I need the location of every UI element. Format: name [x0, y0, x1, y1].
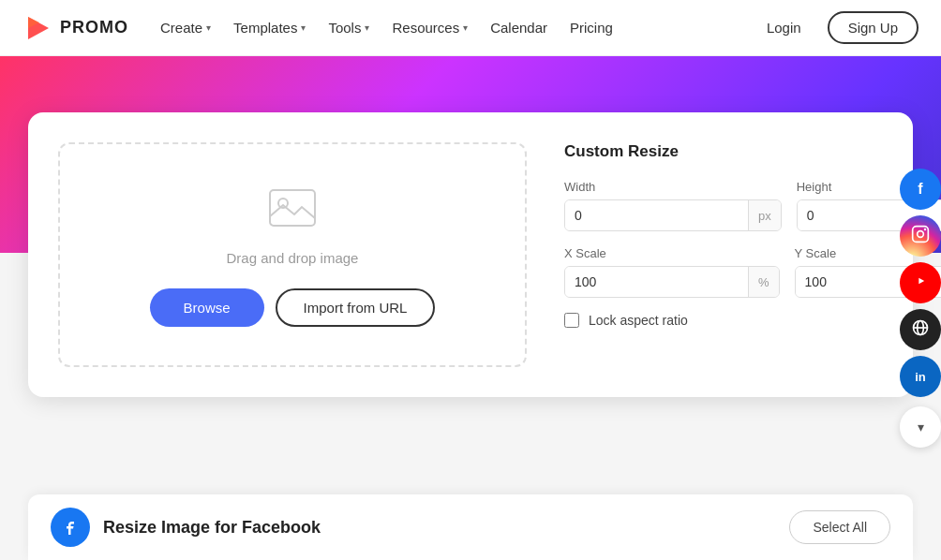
image-placeholder-icon — [266, 183, 319, 235]
resize-title: Custom Resize — [564, 142, 883, 161]
chevron-down-icon: ▾ — [463, 22, 468, 33]
lock-aspect-label[interactable]: Lock aspect ratio — [589, 313, 688, 328]
chevron-down-icon: ▾ — [206, 22, 211, 33]
width-height-row: Width px Height px — [564, 180, 883, 231]
svg-marker-7 — [919, 277, 924, 284]
width-input[interactable] — [565, 200, 748, 230]
login-button[interactable]: Login — [752, 13, 816, 42]
nav: Create ▾ Templates ▾ Tools ▾ Resources ▾… — [151, 14, 752, 41]
upload-buttons: Browse Import from URL — [150, 288, 436, 327]
width-input-group: px — [564, 199, 782, 231]
globe-icon — [911, 318, 930, 342]
nav-create[interactable]: Create ▾ — [151, 14, 220, 41]
instagram-social-button[interactable] — [900, 215, 941, 257]
width-label: Width — [564, 180, 782, 194]
xscale-input[interactable] — [565, 267, 748, 297]
width-field: Width px — [564, 180, 782, 231]
upload-area: Drag and drop image Browse Import from U… — [58, 142, 527, 367]
resize-panel: Custom Resize Width px Height px — [564, 142, 883, 367]
bottom-section-title: Resize Image for Facebook — [103, 518, 789, 538]
youtube-icon — [911, 272, 930, 295]
svg-point-3 — [278, 199, 288, 208]
social-sidebar: f in ▾ — [900, 169, 941, 448]
nav-tools[interactable]: Tools ▾ — [319, 14, 379, 41]
width-unit: px — [748, 200, 781, 230]
facebook-large-icon — [51, 508, 90, 547]
nav-resources[interactable]: Resources ▾ — [382, 14, 477, 41]
nav-templates[interactable]: Templates ▾ — [224, 14, 315, 41]
nav-actions: Login Sign Up — [752, 11, 919, 44]
main-card: Drag and drop image Browse Import from U… — [28, 112, 913, 397]
bottom-section: Resize Image for Facebook Select All — [28, 494, 913, 560]
linkedin-icon: in — [915, 370, 926, 384]
logo-icon — [22, 13, 52, 43]
logo[interactable]: PROMO — [22, 13, 128, 43]
select-all-button[interactable]: Select All — [789, 510, 890, 544]
youtube-social-button[interactable] — [900, 262, 941, 303]
web-social-button[interactable] — [900, 309, 941, 350]
facebook-social-button[interactable]: f — [900, 169, 941, 210]
nav-pricing[interactable]: Pricing — [560, 14, 622, 41]
xscale-input-group: % — [564, 266, 780, 298]
lock-aspect-checkbox[interactable] — [564, 313, 579, 328]
instagram-icon — [911, 225, 930, 248]
svg-rect-2 — [270, 190, 315, 226]
xscale-label: X Scale — [564, 246, 780, 260]
logo-text: PROMO — [60, 18, 128, 37]
chevron-down-icon: ▾ — [918, 420, 924, 435]
chevron-down-icon: ▾ — [301, 22, 306, 33]
drag-drop-label: Drag and drop image — [227, 250, 359, 266]
xscale-unit: % — [748, 267, 779, 297]
signup-button[interactable]: Sign Up — [828, 11, 919, 44]
lock-aspect-row: Lock aspect ratio — [564, 313, 883, 328]
browse-button[interactable]: Browse — [150, 288, 264, 327]
facebook-icon: f — [918, 181, 922, 198]
scale-row: X Scale % Y Scale % — [564, 246, 883, 298]
xscale-field: X Scale % — [564, 246, 780, 298]
header: PROMO Create ▾ Templates ▾ Tools ▾ Resou… — [0, 0, 941, 56]
social-expand-button[interactable]: ▾ — [900, 406, 941, 448]
nav-calendar[interactable]: Calendar — [481, 14, 557, 41]
import-url-button[interactable]: Import from URL — [276, 288, 436, 327]
svg-point-5 — [918, 230, 924, 237]
svg-point-6 — [924, 228, 927, 230]
chevron-down-icon: ▾ — [365, 22, 369, 33]
image-icon-svg — [266, 183, 319, 235]
linkedin-social-button[interactable]: in — [900, 356, 941, 397]
